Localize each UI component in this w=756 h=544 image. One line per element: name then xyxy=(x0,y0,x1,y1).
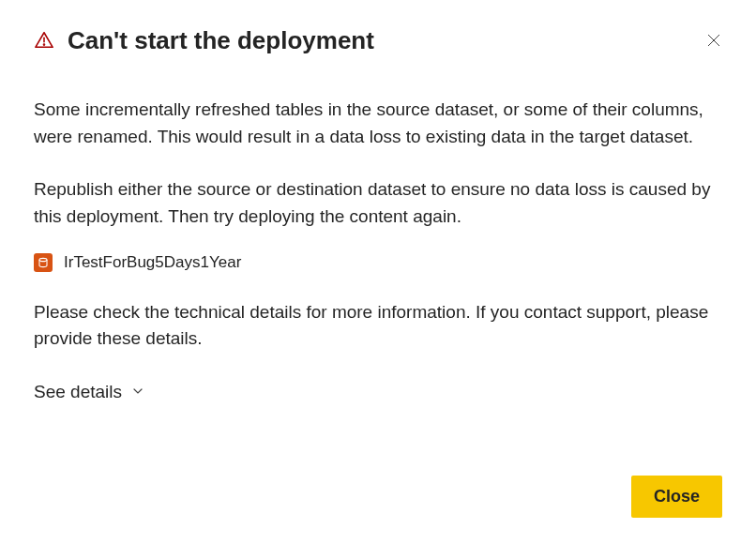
close-button[interactable]: Close xyxy=(631,476,722,518)
svg-point-3 xyxy=(43,44,44,45)
dataset-row: IrTestForBug5Days1Year xyxy=(34,250,722,275)
chevron-down-icon xyxy=(131,379,144,406)
paragraph-cause: Some incrementally refreshed tables in t… xyxy=(34,97,722,150)
dataset-name: IrTestForBug5Days1Year xyxy=(64,250,241,275)
error-dialog: Can't start the deployment Some incremen… xyxy=(0,0,756,544)
close-icon[interactable] xyxy=(705,32,722,49)
dialog-footer: Close xyxy=(631,476,722,518)
dialog-body: Some incrementally refreshed tables in t… xyxy=(34,97,722,405)
see-details-toggle[interactable]: See details xyxy=(34,379,722,406)
warning-icon xyxy=(34,30,54,54)
svg-point-4 xyxy=(39,258,47,261)
dialog-title: Can't start the deployment xyxy=(68,26,374,55)
dataset-icon xyxy=(34,253,53,272)
dialog-header: Can't start the deployment xyxy=(34,26,722,55)
paragraph-action: Republish either the source or destinati… xyxy=(34,176,722,230)
see-details-label: See details xyxy=(34,379,122,406)
paragraph-support: Please check the technical details for m… xyxy=(34,299,722,353)
